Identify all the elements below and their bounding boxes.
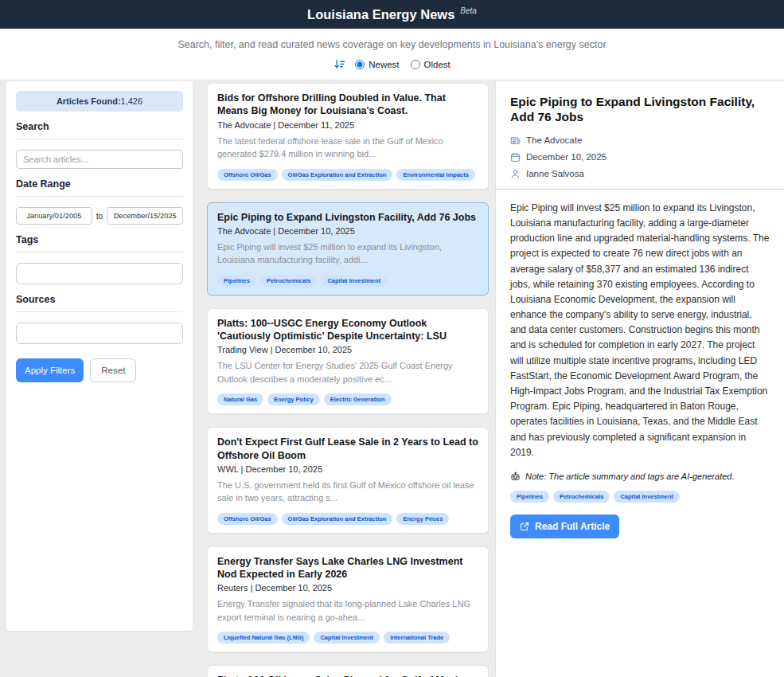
tag-pill: Natural Gas [217,393,263,405]
tag-pill: Oil/Gas Exploration and Extraction [282,513,393,525]
tag-pill: Pipelines [217,275,256,287]
date-range-row: to [16,207,183,225]
app-header: Louisiana Energy News Beta [0,0,784,29]
article-title: Platts: 100--USGC Energy Economy Outlook… [217,317,478,343]
article-tags: Offshore Oil/Gas Oil/Gas Exploration and… [217,513,478,525]
detail-source: The Advocate [526,135,582,145]
article-card[interactable]: Platts: 100--USGC Energy Economy Outlook… [207,308,489,415]
tag-pill: Oil/Gas Exploration and Extraction [282,169,393,181]
tag-pill: Energy Prices [396,513,449,525]
sort-oldest-option[interactable]: Oldest [411,60,451,69]
article-excerpt: The LSU Center for Energy Studies' 2025 … [217,359,478,385]
sort-oldest-radio[interactable] [411,60,420,69]
article-tags: Pipelines Petrochemicals Capital Investm… [217,275,478,287]
app-subtitle: Search, filter, and read curated news co… [0,39,784,50]
read-full-article-button[interactable]: Read Full Article [510,515,619,538]
article-title: Bids for Offshore Drilling Doubled in Va… [217,92,478,118]
date-range-section-label: Date Range [16,178,183,190]
article-card[interactable]: Don't Expect First Gulf Lease Sale in 2 … [207,427,489,534]
article-meta: Trading View | December 10, 2025 [217,345,478,354]
article-excerpt: Epic Piping will invest $25 million to e… [217,241,478,267]
article-card[interactable]: Energy Transfer Says Lake Charles LNG In… [207,546,489,653]
detail-date: December 10, 2025 [526,152,607,162]
divider [496,189,784,190]
articles-found-count: 1,426 [121,96,143,106]
tag-pill: Pipelines [510,491,549,503]
detail-title: Epic Piping to Expand Livingston Facilit… [510,94,770,125]
sort-newest-option[interactable]: Newest [355,60,399,69]
detail-body: Epic Piping will invest $25 million to e… [510,201,770,460]
filter-sidebar: Articles Found:1,426 Search Date Range t… [6,81,193,631]
search-input[interactable] [16,150,183,169]
calendar-icon [510,152,521,162]
beta-badge: Beta [460,6,477,15]
tag-pill: Liquefied Natural Gas (LNG) [217,632,310,644]
article-excerpt: The latest federal offshore lease sale i… [217,135,478,161]
tag-pill: Offshore Oil/Gas [217,513,278,525]
articles-found-label: Articles Found: [57,96,121,106]
read-full-article-label: Read Full Article [535,521,610,532]
tag-pill: Petrochemicals [260,275,317,287]
reset-button[interactable]: Reset [90,358,136,382]
article-meta: The Advocate | December 10, 2025 [217,226,478,236]
article-card[interactable]: Bids for Offshore Drilling Doubled in Va… [207,83,489,190]
app-title: Louisiana Energy News [307,7,454,22]
newspaper-icon [510,135,521,146]
external-link-icon [520,522,529,531]
sources-input[interactable] [16,323,183,344]
article-card[interactable]: First of 30 Oil Lease Sales Planned for … [207,665,489,677]
sort-icon [333,58,345,70]
detail-tags: Pipelines Petrochemicals Capital Investm… [510,491,770,503]
tag-pill: Capital Investment [321,275,387,287]
article-meta: Reuters | December 10, 2025 [217,583,478,593]
sort-newest-label: Newest [369,60,399,69]
article-tags: Offshore Oil/Gas Oil/Gas Exploration and… [217,169,478,181]
tag-pill: Capital Investment [614,491,680,503]
article-title: Energy Transfer Says Lake Charles LNG In… [217,555,478,581]
detail-date-row: December 10, 2025 [510,152,770,162]
sort-oldest-label: Oldest [424,60,451,69]
sort-newest-radio[interactable] [355,60,365,69]
tag-pill: Petrochemicals [553,491,610,503]
divider [16,311,183,312]
article-excerpt: Energy Transfer signaled that its long-p… [217,597,478,624]
article-card-selected[interactable]: Epic Piping to Expand Livingston Facilit… [207,202,489,295]
date-separator-label: to [96,211,103,221]
date-to-input[interactable] [107,207,183,225]
tag-pill: Energy Policy [267,393,320,405]
divider [16,139,183,139]
main-content: Articles Found:1,426 Search Date Range t… [0,80,784,677]
tag-pill: Offshore Oil/Gas [217,169,278,181]
tag-pill: Environmental Impacts [396,169,475,181]
tag-pill: Capital Investment [314,632,380,644]
article-tags: Natural Gas Energy Policy Electric Gener… [217,393,478,405]
tag-pill: International Trade [384,632,450,644]
tags-section-label: Tags [16,234,183,245]
search-section-label: Search [16,121,183,132]
filter-buttons-row: Apply Filters Reset [16,358,183,382]
tag-pill: Electric Generation [324,393,392,405]
article-title: Don't Expect First Gulf Lease Sale in 2 … [217,436,478,462]
date-from-input[interactable] [16,207,92,225]
ai-note-text: Note: The article summary and tags are A… [525,472,735,481]
divider [16,252,183,252]
robot-icon [510,472,521,482]
divider [16,196,183,197]
article-meta: The Advocate | December 11, 2025 [217,120,478,130]
article-detail-panel: Epic Piping to Expand Livingston Facilit… [495,81,784,677]
article-excerpt: The U.S. government held its first Gulf … [217,479,478,505]
detail-source-row: The Advocate [510,135,770,146]
sort-controls: Newest Oldest [0,58,784,80]
person-icon [510,169,521,179]
article-meta: WWL | December 10, 2025 [217,464,478,474]
detail-author-row: Ianne Salvosa [510,169,770,179]
sources-section-label: Sources [16,294,183,305]
apply-filters-button[interactable]: Apply Filters [16,358,84,382]
tags-input[interactable] [16,263,183,284]
article-tags: Liquefied Natural Gas (LNG) Capital Inve… [217,632,478,644]
articles-found-banner: Articles Found:1,426 [16,91,183,112]
ai-note: Note: The article summary and tags are A… [510,472,770,482]
article-list: Bids for Offshore Drilling Doubled in Va… [207,81,489,677]
article-title: First of 30 Oil Lease Sales Planned for … [217,674,478,677]
article-title: Epic Piping to Expand Livingston Facilit… [217,211,478,224]
